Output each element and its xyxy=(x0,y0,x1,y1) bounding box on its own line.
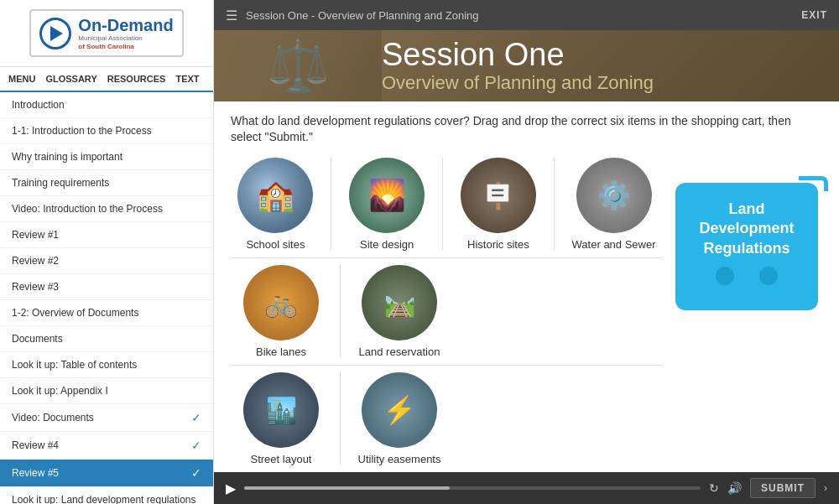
sidebar-item-label-15: Look it up: Land development regulations xyxy=(12,494,196,504)
sidebar-item-6[interactable]: Review #2 xyxy=(0,248,213,274)
sidebar-item-7[interactable]: Review #3 xyxy=(0,274,213,300)
top-bar: ☰ Session One - Overview of Planning and… xyxy=(214,0,839,30)
nav-menu[interactable]: MENU xyxy=(8,74,35,84)
drag-items-container: School sites Site design Historic sites xyxy=(231,158,663,465)
school-sites-label: School sites xyxy=(246,238,305,251)
items-row-1: School sites Site design Historic sites xyxy=(231,158,663,251)
h-divider-2 xyxy=(231,365,663,366)
divider-1 xyxy=(331,158,331,250)
sidebar-item-5[interactable]: Review #1 xyxy=(0,222,213,248)
h-divider-1 xyxy=(231,257,663,258)
progress-bar[interactable] xyxy=(244,486,701,490)
sidebar-item-2[interactable]: Why training is important xyxy=(0,144,213,170)
sidebar-item-label-13: Review #4 xyxy=(12,439,59,451)
top-bar-title: Session One - Overview of Planning and Z… xyxy=(246,9,479,22)
play-icon xyxy=(50,26,63,41)
drag-item-bike-lanes[interactable]: Bike lanes xyxy=(231,265,331,358)
sidebar-item-label-8: 1-2: Overview of Documents xyxy=(12,307,138,319)
logo-text: On-Demand Municipal Association of South… xyxy=(78,16,173,50)
hamburger-icon[interactable]: ☰ xyxy=(226,8,237,23)
sidebar-item-9[interactable]: Documents xyxy=(0,326,213,352)
play-button[interactable]: ▶ xyxy=(226,481,236,496)
sidebar-item-label-1: 1-1: Introduction to the Process xyxy=(12,125,152,137)
check-icon-14: ✓ xyxy=(191,466,201,480)
sidebar-item-label-5: Review #1 xyxy=(12,229,59,241)
sidebar-item-label-12: Video: Documents xyxy=(12,412,94,423)
sidebar-item-11[interactable]: Look it up: Appendix I xyxy=(0,378,213,404)
water-sewer-label: Water and Sewer xyxy=(572,238,656,251)
divider-5 xyxy=(340,372,341,465)
site-design-image xyxy=(349,158,425,233)
drag-item-school-sites[interactable]: School sites xyxy=(237,158,313,251)
sidebar-item-label-11: Look it up: Appendix I xyxy=(12,385,108,397)
school-sites-image xyxy=(237,158,313,233)
drag-item-water-sewer[interactable]: Water and Sewer xyxy=(572,158,656,251)
hero-subtitle: Overview of Planning and Zoning xyxy=(382,72,654,94)
hero-text: Session One Overview of Planning and Zon… xyxy=(382,38,654,95)
logo-title: On-Demand xyxy=(78,16,173,34)
divider-2 xyxy=(442,158,443,250)
check-icon-12: ✓ xyxy=(191,411,201,424)
check-icon-13: ✓ xyxy=(191,439,201,452)
sidebar-item-14[interactable]: Review #5✓ xyxy=(0,460,213,487)
logo-subtitle: Municipal Association xyxy=(78,34,173,43)
sidebar-item-0[interactable]: Introduction xyxy=(0,92,213,118)
nav-glossary[interactable]: GLOSSARY xyxy=(45,74,96,84)
utility-easements-image xyxy=(362,372,437,448)
land-reservation-image xyxy=(362,265,437,340)
logo-icon xyxy=(39,18,71,49)
top-bar-left: ☰ Session One - Overview of Planning and… xyxy=(226,8,479,23)
volume-icon[interactable]: 🔊 xyxy=(727,481,742,495)
nav-text[interactable]: TEXT xyxy=(175,74,199,84)
quiz-question: What do land development regulations cov… xyxy=(231,113,822,146)
logo-sc: of South Carolina xyxy=(78,43,173,50)
drag-item-street-layout[interactable]: Street layout xyxy=(231,372,331,465)
drag-item-historic-sites[interactable]: Historic sites xyxy=(461,158,536,251)
player-bar: ▶ ↻ 🔊 SUBMIT › xyxy=(214,472,839,504)
divider-3 xyxy=(554,158,555,250)
sidebar-item-8[interactable]: 1-2: Overview of Documents xyxy=(0,300,213,326)
drag-item-land-reservation[interactable]: Land reservation xyxy=(349,265,450,358)
cart-wheel-left xyxy=(716,267,734,285)
water-sewer-image xyxy=(576,158,652,233)
sidebar-item-15[interactable]: Look it up: Land development regulations xyxy=(0,487,213,504)
player-right: ↻ 🔊 SUBMIT › xyxy=(709,478,827,498)
sidebar-item-1[interactable]: 1-1: Introduction to the Process xyxy=(0,118,213,144)
cart-wheels xyxy=(716,267,778,285)
sidebar-item-10[interactable]: Look it up: Table of contents xyxy=(0,352,213,378)
divider-4 xyxy=(340,265,341,357)
quiz-area: What do land development regulations cov… xyxy=(214,101,839,472)
sidebar-item-label-2: Why training is important xyxy=(12,151,122,163)
sidebar-item-12[interactable]: Video: Documents✓ xyxy=(0,404,213,432)
exit-button[interactable]: EXIT xyxy=(801,9,827,21)
main-area: ☰ Session One - Overview of Planning and… xyxy=(214,0,839,504)
logo-area: On-Demand Municipal Association of South… xyxy=(0,0,213,67)
sidebar-item-label-9: Documents xyxy=(12,333,63,345)
refresh-icon[interactable]: ↻ xyxy=(709,481,719,495)
sidebar-item-label-10: Look it up: Table of contents xyxy=(12,359,137,371)
sidebar-item-label-3: Training requirements xyxy=(12,177,109,189)
street-layout-label: Street layout xyxy=(251,453,312,465)
sidebar-item-label-6: Review #2 xyxy=(12,255,59,267)
bike-lanes-image xyxy=(243,265,319,340)
submit-button[interactable]: SUBMIT xyxy=(750,478,816,498)
cart-container: Land Development Regulations xyxy=(671,158,822,310)
sidebar: On-Demand Municipal Association of South… xyxy=(0,0,214,504)
sidebar-item-label-7: Review #3 xyxy=(12,281,59,293)
bike-lanes-label: Bike lanes xyxy=(256,346,306,358)
utility-easements-label: Utility easements xyxy=(358,453,441,465)
sidebar-item-3[interactable]: Training requirements xyxy=(0,170,213,196)
cart-line1: Land xyxy=(729,200,765,217)
site-design-label: Site design xyxy=(360,238,414,251)
historic-sites-image xyxy=(461,158,536,233)
drag-item-site-design[interactable]: Site design xyxy=(349,158,425,251)
shopping-cart[interactable]: Land Development Regulations xyxy=(675,183,818,310)
sidebar-item-13[interactable]: Review #4✓ xyxy=(0,432,213,460)
scale-icon: ⚖️ xyxy=(267,36,330,96)
hero-image-overlay: ⚖️ xyxy=(214,30,382,101)
nav-resources[interactable]: RESOURCES xyxy=(107,74,166,84)
items-row-3: Street layout Utility easements xyxy=(231,372,663,465)
nav-links: MENU GLOSSARY RESOURCES TEXT xyxy=(0,67,213,92)
sidebar-item-4[interactable]: Video: Introduction to the Process xyxy=(0,196,213,222)
drag-item-utility-easements[interactable]: Utility easements xyxy=(349,372,450,465)
